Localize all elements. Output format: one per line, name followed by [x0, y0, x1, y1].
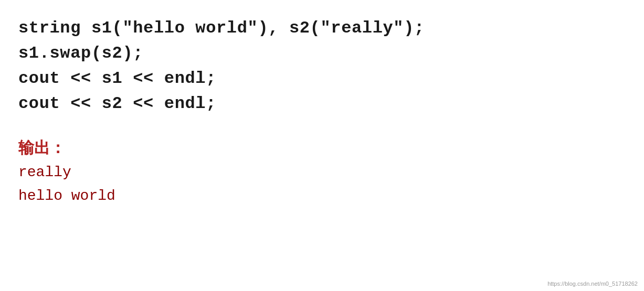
output-value-2: hello world [18, 185, 626, 208]
watermark: https://blog.csdn.net/m0_51718262 [547, 281, 638, 287]
code-block: string s1("hello world"), s2("really"); … [0, 0, 644, 132]
output-value-1: really [18, 161, 626, 185]
output-label: 输出： [18, 137, 626, 159]
code-line-4: cout << s2 << endl; [18, 91, 626, 116]
code-line-1: string s1("hello world"), s2("really"); [18, 16, 626, 41]
code-line-2: s1.swap(s2); [18, 41, 626, 66]
output-section: 输出： really hello world [0, 132, 644, 208]
code-line-3: cout << s1 << endl; [18, 66, 626, 91]
